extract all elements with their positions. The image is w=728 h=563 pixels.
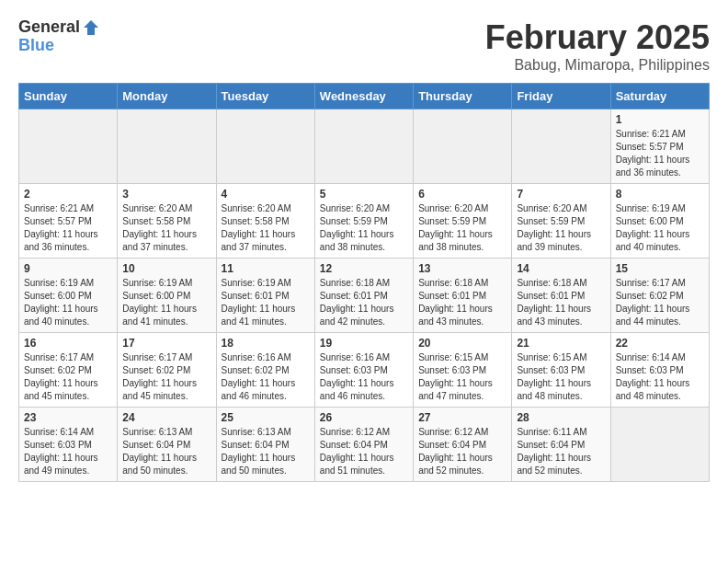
calendar-cell: 26 Sunrise: 6:12 AMSunset: 6:04 PMDaylig… (314, 408, 413, 482)
day-number: 22 (616, 337, 704, 350)
cell-info: Sunrise: 6:18 AMSunset: 6:01 PMDaylight:… (418, 278, 493, 327)
calendar-cell: 23 Sunrise: 6:14 AMSunset: 6:03 PMDaylig… (19, 408, 118, 482)
calendar-cell (414, 109, 512, 184)
day-number: 20 (418, 337, 506, 350)
calendar-cell (118, 109, 216, 184)
calendar-cell: 25 Sunrise: 6:13 AMSunset: 6:04 PMDaylig… (216, 408, 314, 482)
cell-info: Sunrise: 6:13 AMSunset: 6:04 PMDaylight:… (122, 427, 197, 476)
cell-info: Sunrise: 6:14 AMSunset: 6:03 PMDaylight:… (616, 352, 690, 401)
calendar-cell (512, 109, 610, 184)
cell-info: Sunrise: 6:16 AMSunset: 6:03 PMDaylight:… (320, 352, 394, 401)
day-number: 17 (122, 337, 210, 350)
main-title: February 2025 (485, 18, 710, 57)
cell-info: Sunrise: 6:20 AMSunset: 5:59 PMDaylight:… (320, 203, 394, 252)
day-number: 11 (222, 262, 310, 275)
header-sunday: Sunday (19, 84, 118, 109)
header-saturday: Saturday (610, 84, 709, 109)
day-number: 10 (122, 262, 210, 275)
day-number: 13 (418, 262, 506, 275)
day-number: 6 (418, 188, 506, 201)
cell-info: Sunrise: 6:13 AMSunset: 6:04 PMDaylight:… (222, 427, 296, 476)
logo-icon (82, 18, 100, 37)
header-tuesday: Tuesday (216, 84, 314, 109)
week-row-1: 2 Sunrise: 6:21 AMSunset: 5:57 PMDayligh… (19, 184, 710, 259)
calendar-cell: 22 Sunrise: 6:14 AMSunset: 6:03 PMDaylig… (610, 333, 709, 408)
cell-info: Sunrise: 6:18 AMSunset: 6:01 PMDaylight:… (517, 278, 591, 327)
cell-info: Sunrise: 6:19 AMSunset: 6:00 PMDaylight:… (616, 203, 690, 252)
calendar-cell: 5 Sunrise: 6:20 AMSunset: 5:59 PMDayligh… (314, 184, 413, 259)
calendar-cell (216, 109, 314, 184)
week-row-3: 16 Sunrise: 6:17 AMSunset: 6:02 PMDaylig… (19, 333, 710, 408)
calendar-cell: 17 Sunrise: 6:17 AMSunset: 6:02 PMDaylig… (118, 333, 216, 408)
day-number: 7 (517, 188, 605, 201)
calendar-cell: 1 Sunrise: 6:21 AMSunset: 5:57 PMDayligh… (610, 109, 709, 184)
header-friday: Friday (512, 84, 610, 109)
calendar-cell (19, 109, 118, 184)
cell-info: Sunrise: 6:19 AMSunset: 6:00 PMDaylight:… (24, 278, 98, 327)
day-number: 27 (418, 411, 506, 424)
calendar-cell: 11 Sunrise: 6:19 AMSunset: 6:01 PMDaylig… (216, 259, 314, 333)
day-number: 21 (517, 337, 605, 350)
day-number: 9 (24, 262, 112, 275)
day-number: 4 (222, 188, 310, 201)
header-thursday: Thursday (414, 84, 512, 109)
day-number: 15 (616, 262, 704, 275)
day-number: 25 (222, 411, 310, 424)
cell-info: Sunrise: 6:20 AMSunset: 5:58 PMDaylight:… (122, 203, 197, 252)
day-number: 26 (320, 411, 408, 424)
logo-general: General (18, 18, 80, 37)
calendar-cell: 20 Sunrise: 6:15 AMSunset: 6:03 PMDaylig… (414, 333, 512, 408)
calendar-cell: 6 Sunrise: 6:20 AMSunset: 5:59 PMDayligh… (414, 184, 512, 259)
week-row-4: 23 Sunrise: 6:14 AMSunset: 6:03 PMDaylig… (19, 408, 710, 482)
day-number: 16 (24, 337, 112, 350)
logo: General Blue (18, 18, 100, 55)
calendar-cell: 13 Sunrise: 6:18 AMSunset: 6:01 PMDaylig… (414, 259, 512, 333)
day-number: 14 (517, 262, 605, 275)
day-number: 5 (320, 188, 408, 201)
calendar-cell: 21 Sunrise: 6:15 AMSunset: 6:03 PMDaylig… (512, 333, 610, 408)
calendar-cell: 27 Sunrise: 6:12 AMSunset: 6:04 PMDaylig… (414, 408, 512, 482)
day-number: 19 (320, 337, 408, 350)
day-number: 24 (122, 411, 210, 424)
cell-info: Sunrise: 6:19 AMSunset: 6:00 PMDaylight:… (122, 278, 197, 327)
cell-info: Sunrise: 6:12 AMSunset: 6:04 PMDaylight:… (320, 427, 394, 476)
cell-info: Sunrise: 6:18 AMSunset: 6:01 PMDaylight:… (320, 278, 394, 327)
calendar-cell: 2 Sunrise: 6:21 AMSunset: 5:57 PMDayligh… (19, 184, 118, 259)
cell-info: Sunrise: 6:15 AMSunset: 6:03 PMDaylight:… (517, 352, 591, 401)
week-row-2: 9 Sunrise: 6:19 AMSunset: 6:00 PMDayligh… (19, 259, 710, 333)
cell-info: Sunrise: 6:15 AMSunset: 6:03 PMDaylight:… (418, 352, 493, 401)
day-number: 3 (122, 188, 210, 201)
calendar-table: SundayMondayTuesdayWednesdayThursdayFrid… (18, 83, 710, 482)
header: General Blue February 2025 Babug, Mimaro… (18, 18, 710, 74)
day-number: 18 (222, 337, 310, 350)
cell-info: Sunrise: 6:12 AMSunset: 6:04 PMDaylight:… (418, 427, 493, 476)
calendar-cell: 7 Sunrise: 6:20 AMSunset: 5:59 PMDayligh… (512, 184, 610, 259)
cell-info: Sunrise: 6:16 AMSunset: 6:02 PMDaylight:… (222, 352, 296, 401)
calendar-cell: 28 Sunrise: 6:11 AMSunset: 6:04 PMDaylig… (512, 408, 610, 482)
svg-marker-0 (84, 20, 98, 35)
calendar-cell (314, 109, 413, 184)
subtitle: Babug, Mimaropa, Philippines (485, 57, 710, 74)
cell-info: Sunrise: 6:21 AMSunset: 5:57 PMDaylight:… (24, 203, 98, 252)
calendar-cell: 12 Sunrise: 6:18 AMSunset: 6:01 PMDaylig… (314, 259, 413, 333)
calendar-cell: 10 Sunrise: 6:19 AMSunset: 6:00 PMDaylig… (118, 259, 216, 333)
cell-info: Sunrise: 6:19 AMSunset: 6:01 PMDaylight:… (222, 278, 296, 327)
cell-info: Sunrise: 6:21 AMSunset: 5:57 PMDaylight:… (616, 129, 690, 178)
calendar-cell: 4 Sunrise: 6:20 AMSunset: 5:58 PMDayligh… (216, 184, 314, 259)
header-wednesday: Wednesday (314, 84, 413, 109)
day-number: 1 (616, 113, 704, 126)
cell-info: Sunrise: 6:20 AMSunset: 5:59 PMDaylight:… (517, 203, 591, 252)
cell-info: Sunrise: 6:11 AMSunset: 6:04 PMDaylight:… (517, 427, 591, 476)
cell-info: Sunrise: 6:20 AMSunset: 5:59 PMDaylight:… (418, 203, 493, 252)
week-row-0: 1 Sunrise: 6:21 AMSunset: 5:57 PMDayligh… (19, 109, 710, 184)
calendar-cell: 18 Sunrise: 6:16 AMSunset: 6:02 PMDaylig… (216, 333, 314, 408)
day-number: 28 (517, 411, 605, 424)
cell-info: Sunrise: 6:14 AMSunset: 6:03 PMDaylight:… (24, 427, 98, 476)
day-number: 2 (24, 188, 112, 201)
header-row: SundayMondayTuesdayWednesdayThursdayFrid… (19, 84, 710, 109)
cell-info: Sunrise: 6:17 AMSunset: 6:02 PMDaylight:… (616, 278, 690, 327)
cell-info: Sunrise: 6:20 AMSunset: 5:58 PMDaylight:… (222, 203, 296, 252)
calendar-cell: 9 Sunrise: 6:19 AMSunset: 6:00 PMDayligh… (19, 259, 118, 333)
calendar-cell: 24 Sunrise: 6:13 AMSunset: 6:04 PMDaylig… (118, 408, 216, 482)
calendar-cell: 3 Sunrise: 6:20 AMSunset: 5:58 PMDayligh… (118, 184, 216, 259)
